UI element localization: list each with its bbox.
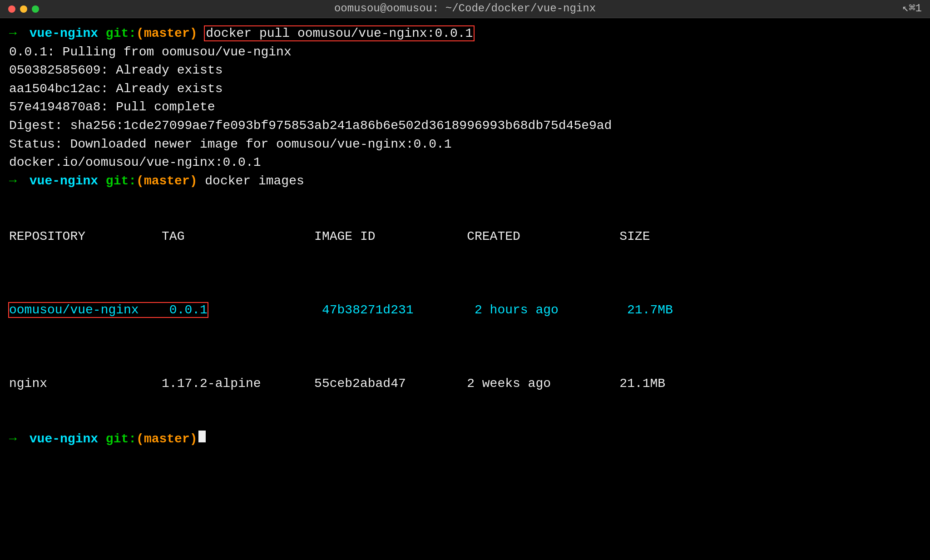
window-title: oomusou@oomusou: ~/Code/docker/vue-nginx xyxy=(334,1,596,17)
prompt-arrow-1: → xyxy=(9,25,17,43)
table-row-1: oomusou/vue-nginx 0.0.1 47b38271d231 2 h… xyxy=(9,301,921,320)
output-line-4: 57e4194870a8: Pull complete xyxy=(9,98,921,117)
output-line-7: docker.io/oomusou/vue-nginx:0.0.1 xyxy=(9,154,921,172)
row1-repo-tag: oomusou/vue-nginx 0.0.1 47b38271d231 2 h… xyxy=(9,301,673,320)
prompt-branch-3: (master) xyxy=(136,430,197,449)
titlebar: oomusou@oomusou: ~/Code/docker/vue-nginx… xyxy=(0,0,930,18)
col-repository: REPOSITORY TAG IMAGE ID CREATED SIZE xyxy=(9,228,650,246)
command-2: docker images xyxy=(198,172,304,191)
prompt-git-label-1: git: xyxy=(106,25,136,43)
table-header-row: REPOSITORY TAG IMAGE ID CREATED SIZE xyxy=(9,228,921,246)
output-text-1: 0.0.1: Pulling from oomusou/vue-nginx xyxy=(9,43,292,62)
output-text-5: Digest: sha256:1cde27099ae7fe093bf975853… xyxy=(9,117,612,135)
prompt-dir-1: vue-nginx xyxy=(30,25,98,43)
docker-images-table: REPOSITORY TAG IMAGE ID CREATED SIZE oom… xyxy=(9,190,921,430)
prompt-branch-2: (master) xyxy=(136,172,197,191)
prompt-git-3 xyxy=(98,430,106,449)
output-line-1: 0.0.1: Pulling from oomusou/vue-nginx xyxy=(9,43,921,62)
prompt-git-2 xyxy=(98,172,106,191)
minimize-button[interactable] xyxy=(20,5,27,13)
prompt-dir-3: vue-nginx xyxy=(30,430,98,449)
table-row-2: nginx 1.17.2-alpine 55ceb2abad47 2 weeks… xyxy=(9,375,921,393)
prompt-git-label-3: git: xyxy=(106,430,136,449)
close-button[interactable] xyxy=(8,5,15,13)
keyboard-shortcut: ↖⌘1 xyxy=(902,1,922,17)
command-1: docker pull oomusou/vue-nginx:0.0.1 xyxy=(198,25,474,43)
prompt-arrow-2: → xyxy=(9,172,17,191)
docker-images-cmd: docker images xyxy=(205,174,304,188)
output-line-6: Status: Downloaded newer image for oomus… xyxy=(9,135,921,154)
prompt-line-1: → vue-nginx git: (master) docker pull oo… xyxy=(9,25,921,43)
output-line-3: aa1504bc12ac: Already exists xyxy=(9,80,921,99)
prompt-git-1 xyxy=(98,25,106,43)
output-text-6: Status: Downloaded newer image for oomus… xyxy=(9,135,452,154)
window-controls[interactable] xyxy=(8,5,39,13)
prompt-line-2: → vue-nginx git: (master) docker images xyxy=(9,172,921,191)
terminal-cursor xyxy=(198,431,206,442)
prompt-arrow-3: → xyxy=(9,430,17,449)
output-text-2: 050382585609: Already exists xyxy=(9,61,223,80)
command-highlight-1: docker pull oomusou/vue-nginx:0.0.1 xyxy=(205,26,474,40)
prompt-git-label-2: git: xyxy=(106,172,136,191)
output-line-5: Digest: sha256:1cde27099ae7fe093bf975853… xyxy=(9,117,921,135)
terminal-body: → vue-nginx git: (master) docker pull oo… xyxy=(0,18,930,455)
row1-highlight: oomusou/vue-nginx 0.0.1 xyxy=(9,303,208,317)
output-line-2: 050382585609: Already exists xyxy=(9,61,921,80)
maximize-button[interactable] xyxy=(32,5,39,13)
prompt-branch-1: (master) xyxy=(136,25,197,43)
prompt-dir-2: vue-nginx xyxy=(30,172,98,191)
prompt-line-3: → vue-nginx git: (master) xyxy=(9,430,921,449)
output-text-7: docker.io/oomusou/vue-nginx:0.0.1 xyxy=(9,154,261,172)
output-text-3: aa1504bc12ac: Already exists xyxy=(9,80,223,99)
row2-content: nginx 1.17.2-alpine 55ceb2abad47 2 weeks… xyxy=(9,375,665,393)
output-text-4: 57e4194870a8: Pull complete xyxy=(9,98,215,117)
